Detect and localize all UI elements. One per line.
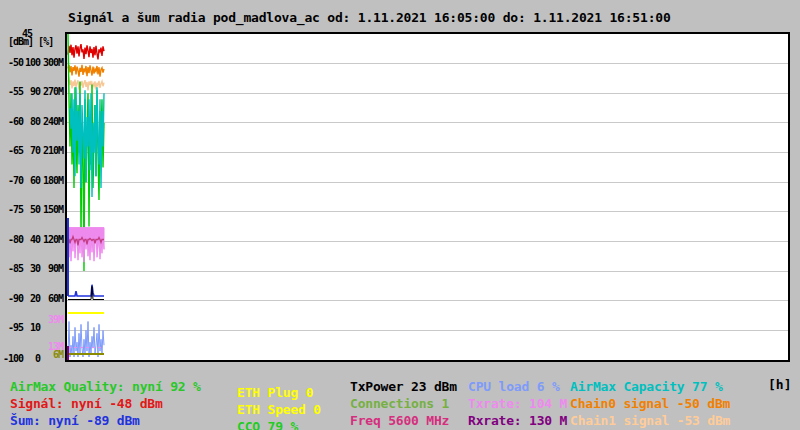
y-axis-tick-m: 60M [40,293,63,304]
marker-label-39m: 39M [37,314,63,325]
y-axis-tick-dbm: -50 [1,57,23,68]
marker-label-6m: 6M [37,349,63,360]
y-axis-tick-dbm: -75 [1,204,23,215]
series-signal [68,44,104,59]
series-chain0-signal [68,65,104,77]
legend-item: ETH Plug 0 [237,384,321,401]
x-axis-unit-label: [h] [768,377,791,392]
y-axis-tick-m: 180M [40,175,63,186]
y-axis-tick-m: 270M [40,86,63,97]
legend-column: CPU load 6 %Txrate: 104 MRxrate: 130 M [468,378,567,429]
legend-item: Connections 1 [350,395,457,412]
chart-canvas [67,34,788,360]
y-axis-row: -7550150M [0,204,63,215]
y-axis-tick-dbm: -70 [1,175,23,186]
y-axis-row: -853090M [0,263,63,274]
y-axis-tick-pct: 80 [23,116,40,127]
legend-item: AirMax Quality: nyní 92 % [10,378,201,395]
y-axis-tick-dbm: -90 [1,293,23,304]
legend-item: AirMax Capacity 77 % [570,378,730,395]
series-txrate [68,228,104,263]
y-axis-tick-m: 300M [40,57,63,68]
y-axis-tick-m: 90M [40,263,63,274]
y-axis-row: -50100300M [0,57,63,68]
y-axis-tick-pct: 20 [23,293,40,304]
legend-item: Chain1 signal -53 dBm [570,412,730,429]
y-axis-tick-dbm: -80 [1,234,23,245]
y-axis-tick-pct: 70 [23,145,40,156]
y-axis-tick-pct: 60 [23,175,40,186]
y-axis-tick-dbm: -100 [1,353,23,364]
series-noise [68,285,104,296]
y-axis-tick-m: 210M [40,145,63,156]
y-axis-tick-pct: 50 [23,204,40,215]
legend-column: AirMax Quality: nyní 92 %Signál: nyní -4… [10,378,201,429]
y-axis-row: -902060M [0,293,63,304]
legend-item: Txrate: 104 M [468,395,567,412]
y-axis-tick-dbm: -65 [1,145,23,156]
y-axis-tick-dbm: -95 [1,322,23,333]
y-axis-row: -7060180M [0,175,63,186]
y-axis-tick-dbm: -85 [1,263,23,274]
y-axis-row: -6080240M [0,116,63,127]
y-axis-tick-dbm: -55 [1,86,23,97]
legend-column: ETH Plug 0ETH Speed 0CCQ 79 % [237,384,321,430]
legend-item: CCQ 79 % [237,418,321,430]
y-axis-tick-pct: 90 [23,86,40,97]
legend-item: CPU load 6 % [468,378,567,395]
legend-column: AirMax Capacity 77 %Chain0 signal -50 dB… [570,378,730,429]
y-axis-tick-dbm: -60 [1,116,23,127]
y-axis-unit-label: [dBm] [%] [8,36,53,47]
y-axis-tick-m: 120M [40,234,63,245]
plot-area [65,32,790,362]
y-axis-tick-m: 240M [40,116,63,127]
y-axis-tick-pct: 30 [23,263,40,274]
y-axis-tick-m: 150M [40,204,63,215]
legend-item: Signál: nyní -48 dBm [10,395,201,412]
legend-item: Rxrate: 130 M [468,412,567,429]
y-axis-row: -8040120M [0,234,63,245]
y-axis-tick-pct: 40 [23,234,40,245]
legend-item: Šum: nyní -89 dBm [10,412,201,429]
legend-item: Chain0 signal -50 dBm [570,395,730,412]
legend-item: Freq 5600 MHz [350,412,457,429]
legend-item: TxPower 23 dBm [350,378,457,395]
legend-column: TxPower 23 dBmConnections 1Freq 5600 MHz [350,378,457,429]
legend-item: ETH Speed 0 [237,401,321,418]
page-title: Signál a šum radia pod_madlova_ac od: 1.… [68,10,671,25]
y-axis-tick-pct: 100 [23,57,40,68]
series-chain1-signal [68,79,104,90]
series-cpu-load [68,322,104,358]
y-axis-row: -6570210M [0,145,63,156]
y-axis-row: -5590270M [0,86,63,97]
series-noise-min [68,287,104,300]
